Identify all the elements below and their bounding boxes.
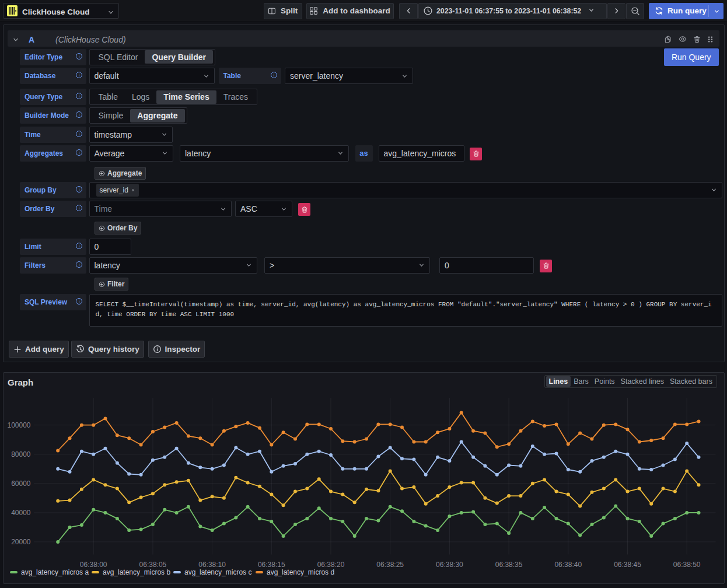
- svg-text:40000: 40000: [11, 509, 31, 517]
- svg-text:06:38:50: 06:38:50: [673, 561, 700, 569]
- svg-text:06:38:40: 06:38:40: [554, 561, 582, 569]
- svg-text:06:38:45: 06:38:45: [614, 561, 641, 569]
- svg-text:20000: 20000: [11, 538, 31, 546]
- svg-text:06:38:25: 06:38:25: [376, 561, 404, 569]
- svg-text:06:38:10: 06:38:10: [198, 561, 226, 569]
- svg-text:06:38:35: 06:38:35: [495, 561, 522, 569]
- svg-text:06:38:15: 06:38:15: [257, 561, 285, 569]
- svg-text:06:38:05: 06:38:05: [139, 561, 166, 569]
- svg-text:80000: 80000: [11, 450, 31, 459]
- svg-text:100000: 100000: [7, 421, 30, 429]
- svg-text:06:38:30: 06:38:30: [436, 561, 463, 569]
- svg-text:06:38:00: 06:38:00: [79, 561, 107, 569]
- svg-text:60000: 60000: [11, 480, 31, 488]
- svg-text:06:38:20: 06:38:20: [317, 561, 344, 569]
